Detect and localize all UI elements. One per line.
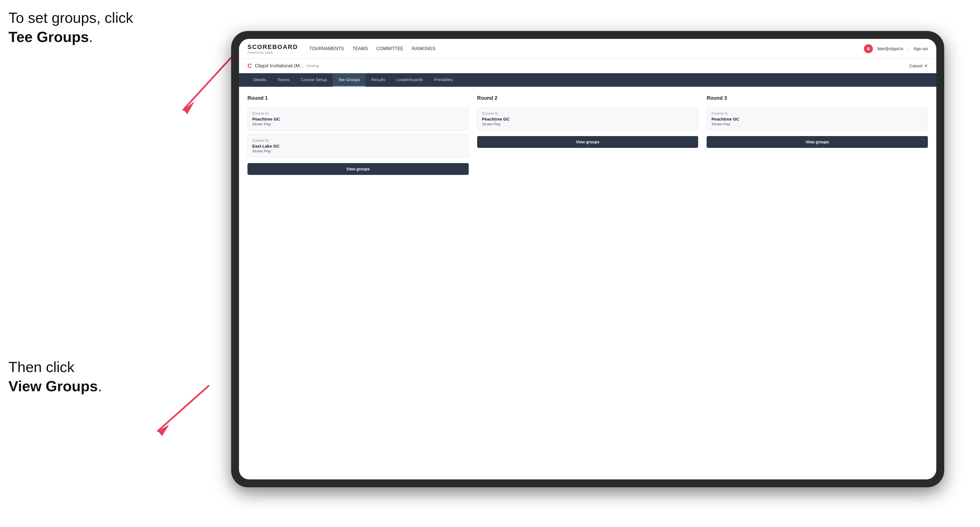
round-1-course-b-label: (Course B) — [252, 138, 464, 143]
round-1-column: Round 1 (Course A) Peachtree GC Stroke P… — [247, 95, 469, 175]
round-3-title: Round 3 — [706, 95, 928, 101]
logo-area: SCOREBOARD Powered by clippit — [247, 43, 298, 54]
nav-rankings[interactable]: RANKINGS — [412, 46, 436, 51]
user-email: blair@clippd.io — [877, 46, 903, 51]
tab-teams[interactable]: Teams — [272, 73, 295, 87]
round-1-course-a-name: Peachtree GC — [252, 117, 464, 121]
round-3-course-a-label: (Course A) — [711, 111, 923, 116]
round-1-course-a-label: (Course A) — [252, 111, 464, 116]
round-2-title: Round 2 — [477, 95, 698, 101]
nav-committee[interactable]: COMMITTEE — [376, 46, 403, 51]
round-2-course-a-format: Stroke Play — [482, 122, 694, 126]
tab-tee-groups[interactable]: Tee Groups — [332, 73, 366, 87]
logo-sub: Powered by clippit — [247, 51, 298, 54]
rounds-grid: Round 1 (Course A) Peachtree GC Stroke P… — [247, 95, 928, 175]
tablet-screen: SCOREBOARD Powered by clippit TOURNAMENT… — [239, 39, 936, 479]
round-1-view-groups-button[interactable]: View groups — [247, 163, 469, 175]
separator: | — [908, 46, 909, 51]
tab-leaderboards[interactable]: Leaderboards — [391, 73, 428, 87]
main-content: Round 1 (Course A) Peachtree GC Stroke P… — [239, 87, 936, 479]
instruction-bottom: Then click View Groups. — [8, 358, 102, 396]
nav-teams[interactable]: TEAMS — [352, 46, 368, 51]
sign-out-link[interactable]: Sign out — [913, 46, 928, 51]
tab-printables[interactable]: Printables — [428, 73, 458, 87]
tournament-title: Clippd Invitational (M... — [255, 63, 304, 69]
round-1-course-b-name: East Lake GC — [252, 144, 464, 148]
round-1-title: Round 1 — [247, 95, 469, 101]
tournament-name: C Clippd Invitational (M... Hosting — [247, 62, 319, 70]
round-3-course-a-format: Stroke Play — [711, 122, 923, 126]
instruction-top-line2: Tee Groups. — [8, 28, 133, 47]
svg-line-2 — [158, 386, 208, 431]
tab-course-setup[interactable]: Course Setup — [295, 73, 332, 87]
instruction-top: To set groups, click Tee Groups. — [8, 8, 133, 46]
nav-right: B blair@clippd.io | Sign out — [864, 44, 928, 53]
logo-text: SCOREBOARD — [247, 43, 298, 51]
round-2-course-a-name: Peachtree GC — [482, 117, 694, 121]
round-1-course-a-card: (Course A) Peachtree GC Stroke Play — [247, 107, 469, 130]
round-2-column: Round 2 (Course A) Peachtree GC Stroke P… — [477, 95, 698, 175]
round-3-course-a-name: Peachtree GC — [711, 117, 923, 121]
instruction-bottom-line2: View Groups. — [8, 377, 102, 396]
round-1-course-b-format: Stroke Play — [252, 149, 464, 153]
instruction-bottom-line1: Then click — [8, 358, 102, 377]
tablet-frame: SCOREBOARD Powered by clippit TOURNAMENT… — [231, 31, 944, 487]
instruction-top-line1: To set groups, click — [8, 8, 133, 28]
round-2-course-a-card: (Course A) Peachtree GC Stroke Play — [477, 107, 698, 130]
tournament-icon: C — [247, 62, 252, 70]
sub-header: C Clippd Invitational (M... Hosting Canc… — [239, 59, 936, 73]
hosting-badge: Hosting — [306, 63, 319, 68]
nav-bar: SCOREBOARD Powered by clippit TOURNAMENT… — [239, 39, 936, 59]
round-2-course-a-label: (Course A) — [482, 111, 694, 116]
nav-tournaments[interactable]: TOURNAMENTS — [309, 46, 344, 51]
round-1-course-b-card: (Course B) East Lake GC Stroke Play — [247, 134, 469, 157]
avatar: B — [864, 44, 873, 53]
round-2-view-groups-button[interactable]: View groups — [477, 136, 698, 148]
tab-bar: Details Teams Course Setup Tee Groups Re… — [239, 73, 936, 87]
tab-details[interactable]: Details — [247, 73, 272, 87]
round-3-view-groups-button[interactable]: View groups — [706, 136, 928, 148]
cancel-button[interactable]: Cancel ✕ — [909, 63, 928, 68]
round-3-course-a-card: (Course A) Peachtree GC Stroke Play — [706, 107, 928, 130]
round-3-column: Round 3 (Course A) Peachtree GC Stroke P… — [706, 95, 928, 175]
round-1-course-a-format: Stroke Play — [252, 122, 464, 126]
tab-results[interactable]: Results — [366, 73, 391, 87]
nav-left: SCOREBOARD Powered by clippit TOURNAMENT… — [247, 43, 436, 54]
nav-links: TOURNAMENTS TEAMS COMMITTEE RANKINGS — [309, 46, 436, 51]
arrow-bottom-icon — [135, 383, 214, 440]
